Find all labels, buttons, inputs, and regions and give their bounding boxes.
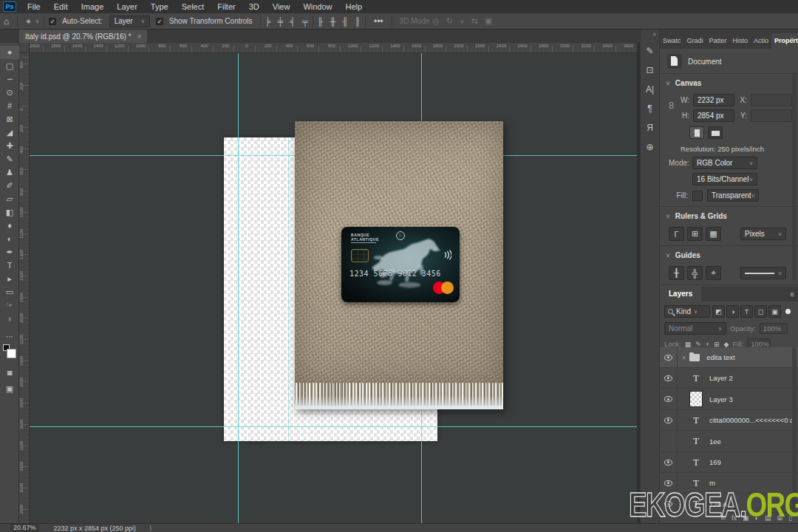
- filter-smart-objects-icon[interactable]: ▣: [768, 305, 781, 318]
- layers-tab[interactable]: Layers: [660, 287, 701, 301]
- snap-toggle-icon[interactable]: ▦: [706, 227, 721, 241]
- guides-section-header[interactable]: ∨ Guides: [660, 246, 798, 263]
- align-horizontal-centers-icon[interactable]: ╪: [277, 17, 283, 26]
- menu-help[interactable]: Help: [339, 1, 369, 13]
- lock-transparent-icon[interactable]: ▦: [685, 341, 692, 348]
- layer-thumbnail[interactable]: T: [689, 455, 703, 470]
- credit-card-layer[interactable]: BANQUE ATLANTIQUE ♘ 1234 5678 9012 3456: [341, 227, 460, 302]
- panel-tab-swatc[interactable]: Swatc: [660, 33, 684, 49]
- layer-edita-text[interactable]: ∨ edita text: [660, 347, 798, 368]
- guide-vertical-faint[interactable]: [288, 137, 289, 441]
- portrait-orientation-button[interactable]: [689, 126, 704, 139]
- layer-thumbnail[interactable]: T: [689, 371, 703, 386]
- visibility-cell[interactable]: [660, 431, 678, 451]
- panel-menu-icon[interactable]: ≡: [790, 35, 794, 44]
- chevron-down-icon[interactable]: ∨: [35, 18, 39, 24]
- distribute-center-icon[interactable]: ╫: [330, 17, 336, 26]
- visibility-cell[interactable]: [660, 368, 678, 389]
- fill-swatch[interactable]: [692, 191, 703, 201]
- grid-toggle-icon[interactable]: ⊞: [687, 227, 703, 241]
- smart-guides-icon[interactable]: ╬: [687, 266, 703, 280]
- menu-type[interactable]: Type: [144, 1, 175, 13]
- eye-icon[interactable]: [664, 417, 672, 423]
- menu-image[interactable]: Image: [75, 1, 111, 13]
- document-tab[interactable]: Italy id.psd @ 20.7% (RGB/16) * ×: [19, 30, 147, 43]
- properties-scrollbar[interactable]: [792, 74, 797, 281]
- background-color-swatch[interactable]: [7, 349, 16, 358]
- lock-position-icon[interactable]: +: [706, 341, 709, 348]
- eye-icon[interactable]: [664, 460, 672, 466]
- layer-thumbnail[interactable]: [689, 391, 703, 407]
- show-transform-checkbox[interactable]: ✓: [156, 18, 163, 25]
- panel-tab-histo[interactable]: Histo: [730, 33, 751, 49]
- color-mode-dropdown[interactable]: RGB Color ∨: [692, 157, 757, 169]
- menu-edit[interactable]: Edit: [47, 1, 75, 13]
- canvas-viewport[interactable]: BANQUE ATLANTIQUE ♘ 1234 5678 9012 3456: [30, 53, 637, 523]
- expand-panels-icon[interactable]: «: [653, 31, 656, 38]
- fabric-photo-layer[interactable]: BANQUE ATLANTIQUE ♘ 1234 5678 9012 3456: [295, 121, 503, 409]
- visibility-cell[interactable]: [660, 347, 678, 368]
- eye-icon[interactable]: [664, 375, 672, 381]
- menu-layer[interactable]: Layer: [110, 1, 144, 13]
- layer-layer-2[interactable]: ∨ T Layer 2: [660, 368, 798, 389]
- healing-brush-tool[interactable]: ✚: [0, 139, 19, 152]
- vertical-ruler[interactable]: 4002000200400600800100012001400160018002…: [19, 53, 30, 526]
- ruler-origin-corner[interactable]: [19, 43, 30, 53]
- clear-guides-icon[interactable]: ⌖: [706, 266, 721, 280]
- layers-panel-menu-icon[interactable]: ≡: [790, 290, 794, 299]
- align-left-edges-icon[interactable]: ╞: [265, 17, 271, 26]
- filter-kind-dropdown[interactable]: Kind ∨: [664, 305, 710, 318]
- zoom-tool[interactable]: ♁: [0, 312, 19, 325]
- rectangular-marquee-tool[interactable]: ▢: [0, 59, 19, 72]
- filter-type-layers-icon[interactable]: T: [740, 305, 753, 318]
- filter-shape-layers-icon[interactable]: ◻: [754, 305, 767, 318]
- path-selection-tool[interactable]: ▸: [0, 272, 19, 285]
- layer-thumbnail[interactable]: [689, 354, 700, 361]
- menu-file[interactable]: File: [21, 1, 47, 13]
- brush-settings-icon[interactable]: ✎: [641, 41, 659, 61]
- opacity-field[interactable]: 100%: [760, 323, 788, 334]
- layer-thumbnail[interactable]: T: [689, 434, 703, 449]
- move-tool-icon[interactable]: ⌖: [22, 16, 35, 27]
- history-brush-tool[interactable]: ✐: [0, 179, 19, 192]
- menu-3d[interactable]: 3D: [242, 1, 266, 13]
- eye-icon[interactable]: [664, 355, 672, 361]
- layer-169[interactable]: ∨ T 169: [660, 452, 798, 473]
- menu-view[interactable]: View: [266, 1, 297, 13]
- screen-mode-icon[interactable]: ▣: [0, 384, 19, 394]
- type-tool[interactable]: T: [0, 259, 19, 272]
- shape-tool[interactable]: ▭: [0, 285, 19, 299]
- menu-window[interactable]: Window: [296, 1, 338, 13]
- layer-name[interactable]: 1ee: [709, 437, 721, 446]
- menu-select[interactable]: Select: [175, 1, 211, 13]
- layer-name[interactable]: edita text: [706, 353, 735, 361]
- color-swatches[interactable]: [2, 344, 17, 362]
- paragraph-panel-icon[interactable]: ¶: [641, 99, 659, 118]
- layer-thumbnail[interactable]: T: [689, 413, 703, 428]
- visibility-cell[interactable]: [660, 452, 678, 473]
- visibility-cell[interactable]: [660, 389, 678, 409]
- visibility-cell[interactable]: [660, 410, 678, 431]
- group-expand-icon[interactable]: ∨: [682, 355, 686, 361]
- menu-filter[interactable]: Filter: [211, 1, 242, 13]
- layer-layer-3[interactable]: ∨ Layer 3: [660, 389, 798, 410]
- layer-name[interactable]: Layer 2: [709, 374, 733, 382]
- guide-style-dropdown[interactable]: ∨: [740, 267, 786, 279]
- distribute-spacing-icon[interactable]: ║: [355, 17, 361, 26]
- distribute-left-icon[interactable]: ╟: [318, 17, 324, 26]
- home-icon[interactable]: ⌂: [0, 16, 13, 27]
- layer-citta0000000-0-d[interactable]: ∨ T citta0000000...<<<<<<<0 d: [660, 410, 798, 431]
- link-dimensions-icon[interactable]: 8: [669, 100, 674, 111]
- layer-1ee[interactable]: ∨ T 1ee: [660, 432, 798, 452]
- layer-name[interactable]: Layer 3: [709, 395, 733, 403]
- auto-select-target-dropdown[interactable]: Layer ∨: [109, 16, 150, 27]
- dodge-tool[interactable]: ◐: [0, 232, 19, 245]
- object-selection-tool[interactable]: ⊙: [0, 86, 19, 99]
- edit-toolbar-icon[interactable]: ⋯: [0, 332, 19, 341]
- distribute-right-icon[interactable]: ╢: [342, 17, 348, 26]
- blend-mode-dropdown[interactable]: Normal ∨: [664, 322, 726, 335]
- rulers-grids-section-header[interactable]: ∨ Rulers & Grids: [660, 207, 798, 224]
- character-panel-icon[interactable]: A|: [641, 80, 659, 99]
- lock-all-icon[interactable]: ◆: [724, 341, 729, 348]
- canvas-section-header[interactable]: ∨ Canvas: [660, 74, 798, 91]
